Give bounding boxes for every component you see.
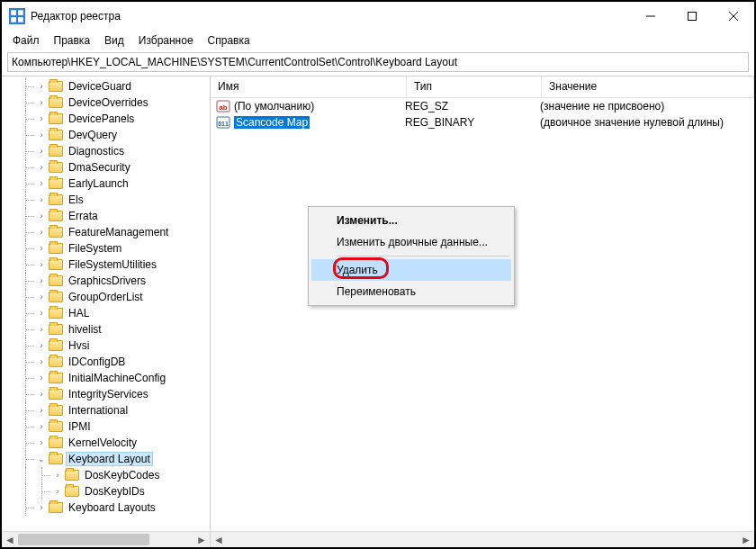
tree-item[interactable]: ›DosKeybIDs <box>2 483 210 500</box>
scroll-thumb[interactable] <box>18 534 149 545</box>
address-bar[interactable]: Компьютер\HKEY_LOCAL_MACHINE\SYSTEM\Curr… <box>7 52 749 72</box>
tree-item[interactable]: ›GraphicsDrivers <box>2 273 210 289</box>
svg-rect-3 <box>11 17 16 22</box>
chevron-right-icon[interactable]: › <box>36 82 47 91</box>
tree-item[interactable]: ›International <box>2 402 210 418</box>
value-name: (По умолчанию) <box>234 100 314 112</box>
menu-favorites[interactable]: Избранное <box>131 32 201 49</box>
chevron-right-icon[interactable]: › <box>36 503 47 512</box>
svg-text:ab: ab <box>219 104 227 112</box>
scroll-left-icon[interactable]: ◄ <box>211 532 227 547</box>
tree-item[interactable]: ›Errata <box>2 208 210 224</box>
tree-item[interactable]: ›KernelVelocity <box>2 435 210 451</box>
list-horizontal-scrollbar[interactable]: ◄ ► <box>211 531 754 547</box>
folder-icon <box>49 421 63 432</box>
column-type[interactable]: Тип <box>407 76 542 97</box>
chevron-right-icon[interactable]: › <box>36 212 47 220</box>
tree-item[interactable]: ›Els <box>2 192 210 208</box>
chevron-right-icon[interactable]: › <box>52 487 63 496</box>
tree-item[interactable]: ›Keyboard Layouts <box>2 500 210 516</box>
minimize-button[interactable] <box>630 2 671 31</box>
chevron-right-icon[interactable]: › <box>52 471 63 480</box>
value-row[interactable]: 011Scancode MapREG_BINARY(двоичное значе… <box>211 114 754 130</box>
close-button[interactable] <box>713 2 754 31</box>
tree-item-label: Errata <box>67 210 100 222</box>
chevron-right-icon[interactable]: › <box>36 406 47 415</box>
tree-item[interactable]: ›DeviceOverrides <box>2 94 210 111</box>
chevron-right-icon[interactable]: › <box>36 292 47 302</box>
tree-item[interactable]: ›Hvsi <box>2 338 210 354</box>
tree-item[interactable]: ›FileSystemUtilities <box>2 256 210 273</box>
tree-item[interactable]: ›hivelist <box>2 321 210 338</box>
folder-icon <box>49 437 63 448</box>
menu-file[interactable]: Файл <box>5 32 47 49</box>
tree-view[interactable]: ›DeviceGuard›DeviceOverrides›DevicePanel… <box>2 76 210 531</box>
tree-item-label: International <box>67 404 130 417</box>
folder-icon <box>65 486 79 497</box>
folder-icon <box>49 373 63 383</box>
chevron-right-icon[interactable]: › <box>36 98 47 107</box>
tree-item[interactable]: ›IPMI <box>2 418 210 435</box>
value-type: REG_SZ <box>405 100 540 112</box>
tree-item[interactable]: ›IDConfigDB <box>2 354 210 370</box>
chevron-right-icon[interactable]: › <box>36 244 47 253</box>
scroll-right-icon[interactable]: ► <box>194 532 210 547</box>
chevron-right-icon[interactable]: › <box>36 195 47 204</box>
tree-item[interactable]: ›DeviceGuard <box>2 78 210 94</box>
menu-help[interactable]: Справка <box>201 32 257 49</box>
tree-horizontal-scrollbar[interactable]: ◄ ► <box>2 531 210 547</box>
tree-item[interactable]: ›FileSystem <box>2 240 210 256</box>
chevron-right-icon[interactable]: › <box>36 438 47 447</box>
chevron-right-icon[interactable]: › <box>36 341 47 350</box>
chevron-right-icon[interactable]: › <box>36 163 47 172</box>
chevron-right-icon[interactable]: › <box>36 260 47 269</box>
svg-text:011: 011 <box>218 121 229 127</box>
tree-item[interactable]: ›Diagnostics <box>2 143 210 159</box>
folder-icon <box>49 259 63 270</box>
tree-item[interactable]: ›DevQuery <box>2 127 210 143</box>
tree-item[interactable]: ›DosKeybCodes <box>2 467 210 483</box>
titlebar: Редактор реестра <box>2 2 754 31</box>
tree-item[interactable]: ›InitialMachineConfig <box>2 370 210 386</box>
scroll-left-icon[interactable]: ◄ <box>2 532 18 547</box>
chevron-right-icon[interactable]: › <box>36 325 47 334</box>
folder-icon <box>49 97 63 108</box>
chevron-down-icon[interactable]: ⌄ <box>36 454 47 464</box>
chevron-right-icon[interactable]: › <box>36 179 47 188</box>
chevron-right-icon[interactable]: › <box>36 422 47 431</box>
column-value[interactable]: Значение <box>542 76 754 97</box>
chevron-right-icon[interactable]: › <box>36 228 47 237</box>
ctx-delete[interactable]: Удалить <box>311 259 511 281</box>
chevron-right-icon[interactable]: › <box>36 130 47 140</box>
chevron-right-icon[interactable]: › <box>36 390 47 399</box>
chevron-right-icon[interactable]: › <box>36 114 47 123</box>
folder-icon <box>49 405 63 416</box>
tree-item-label: IntegrityServices <box>67 388 150 400</box>
value-row[interactable]: ab(По умолчанию)REG_SZ(значение не присв… <box>211 98 754 114</box>
ctx-modify-binary[interactable]: Изменить двоичные данные... <box>311 231 511 253</box>
tree-item[interactable]: ›FeatureManagement <box>2 224 210 240</box>
tree-item[interactable]: ›DmaSecurity <box>2 159 210 176</box>
ctx-modify[interactable]: Изменить... <box>311 210 511 231</box>
tree-item[interactable]: ›IntegrityServices <box>2 386 210 402</box>
chevron-right-icon[interactable]: › <box>36 276 47 285</box>
scroll-right-icon[interactable]: ► <box>738 532 754 547</box>
tree-item[interactable]: ⌄Keyboard Layout <box>2 451 210 467</box>
chevron-right-icon[interactable]: › <box>36 147 47 156</box>
tree-item-label: HAL <box>67 307 91 320</box>
chevron-right-icon[interactable]: › <box>36 374 47 382</box>
chevron-right-icon[interactable]: › <box>36 309 47 318</box>
ctx-rename[interactable]: Переименовать <box>311 281 511 302</box>
tree-item[interactable]: ›DevicePanels <box>2 111 210 127</box>
chevron-right-icon[interactable]: › <box>36 357 47 366</box>
tree-item[interactable]: ›EarlyLaunch <box>2 176 210 192</box>
column-name[interactable]: Имя <box>211 76 407 97</box>
values-list[interactable]: ab(По умолчанию)REG_SZ(значение не присв… <box>211 98 754 531</box>
tree-item[interactable]: ›HAL <box>2 305 210 321</box>
menu-edit[interactable]: Правка <box>47 32 98 49</box>
tree-item[interactable]: ›GroupOrderList <box>2 289 210 305</box>
menu-view[interactable]: Вид <box>97 32 131 49</box>
maximize-button[interactable] <box>671 2 713 31</box>
folder-icon <box>49 324 63 335</box>
tree-item-label: KernelVelocity <box>67 436 139 449</box>
